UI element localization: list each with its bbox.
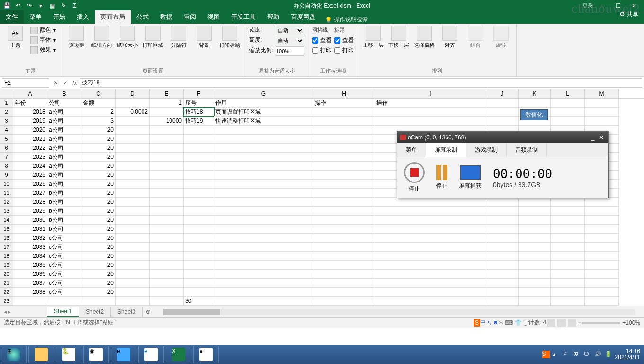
cell[interactable]: 2022 xyxy=(13,144,47,153)
cell[interactable] xyxy=(519,225,551,234)
cell[interactable] xyxy=(184,180,214,189)
close-icon[interactable]: ✕ xyxy=(627,2,641,9)
cell[interactable] xyxy=(551,252,585,261)
tab-view[interactable]: 视图 xyxy=(202,10,225,24)
cell[interactable] xyxy=(214,162,313,171)
cell[interactable]: c公司 xyxy=(47,261,81,270)
cell[interactable] xyxy=(116,243,150,252)
ocam-window[interactable]: oCam (0, 0, 1366, 768) _ ✕ 菜单 屏幕录制 游戏录制 … xyxy=(397,131,609,198)
cell[interactable] xyxy=(313,153,375,162)
cell[interactable]: 20 xyxy=(81,180,116,189)
cell[interactable] xyxy=(116,171,150,180)
cell[interactable] xyxy=(585,270,619,279)
cell[interactable] xyxy=(375,261,486,270)
add-sheet-button[interactable]: ⊕ xyxy=(143,309,154,315)
col-head-A[interactable]: A xyxy=(13,89,47,98)
cell[interactable] xyxy=(313,189,375,198)
cell[interactable]: 2028 xyxy=(13,198,47,207)
page-break-icon[interactable] xyxy=(568,319,576,327)
cell[interactable]: 2023 xyxy=(13,153,47,162)
tab-menu[interactable]: 菜单 xyxy=(24,10,47,24)
cell[interactable] xyxy=(551,234,585,243)
cell[interactable]: 2 xyxy=(81,108,116,117)
cell[interactable]: 快速调整打印区域 xyxy=(214,117,313,126)
cell[interactable]: 作用 xyxy=(214,99,313,108)
cell[interactable]: 2020 xyxy=(13,126,47,135)
cell[interactable]: b公司 xyxy=(47,216,81,225)
col-head-I[interactable]: I xyxy=(375,89,486,98)
cell[interactable] xyxy=(551,270,585,279)
normal-view-icon[interactable] xyxy=(547,319,555,327)
row-head[interactable]: 16 xyxy=(0,234,13,243)
cell[interactable] xyxy=(116,99,150,108)
cell[interactable] xyxy=(150,270,184,279)
cell[interactable]: a公司 xyxy=(47,144,81,153)
cell[interactable] xyxy=(551,108,585,117)
cell[interactable]: 20 xyxy=(81,288,116,297)
head-view-check[interactable]: 查看 xyxy=(334,36,354,45)
login-label[interactable]: 登录 xyxy=(582,2,593,9)
hscrollbar[interactable] xyxy=(163,309,635,315)
cell[interactable] xyxy=(214,261,313,270)
cell[interactable] xyxy=(214,270,313,279)
grid-print-check[interactable]: 打印 xyxy=(312,46,331,55)
cell[interactable] xyxy=(486,234,519,243)
cell[interactable] xyxy=(116,297,150,306)
bring-forward-button[interactable]: 上移一层 xyxy=(362,26,385,49)
cell[interactable] xyxy=(116,207,150,216)
row-head[interactable]: 15 xyxy=(0,225,13,234)
row-head[interactable]: 14 xyxy=(0,216,13,225)
cell[interactable]: 2035 xyxy=(13,261,47,270)
cell[interactable] xyxy=(551,261,585,270)
cell[interactable]: 金额 xyxy=(81,99,116,108)
cell[interactable] xyxy=(313,207,375,216)
cell[interactable] xyxy=(375,252,486,261)
cell[interactable] xyxy=(486,297,519,306)
cell[interactable] xyxy=(519,288,551,297)
cell[interactable] xyxy=(214,180,313,189)
cell[interactable] xyxy=(184,261,214,270)
margins-button[interactable]: 页边距 xyxy=(65,26,88,49)
themes-button[interactable]: Aa主题 xyxy=(4,26,27,49)
cell[interactable]: 2030 xyxy=(13,216,47,225)
cell[interactable] xyxy=(486,261,519,270)
cell[interactable] xyxy=(150,189,184,198)
clock[interactable]: 14:162021/4/11 xyxy=(615,348,640,361)
cell[interactable] xyxy=(184,288,214,297)
orientation-button[interactable]: 纸张方向 xyxy=(90,26,113,49)
row-head[interactable]: 18 xyxy=(0,252,13,261)
cell[interactable]: a公司 xyxy=(47,171,81,180)
cell[interactable] xyxy=(313,126,375,135)
ie-icon[interactable]: e xyxy=(138,346,164,363)
cell[interactable]: c公司 xyxy=(47,234,81,243)
cell[interactable]: 20 xyxy=(81,279,116,288)
cell[interactable] xyxy=(116,288,150,297)
row-head[interactable]: 1 xyxy=(0,99,13,108)
tab-baidu[interactable]: 百度网盘 xyxy=(285,10,321,24)
name-box[interactable]: F2 xyxy=(2,78,49,88)
cell[interactable] xyxy=(313,144,375,153)
tab-file[interactable]: 文件 xyxy=(0,10,24,24)
row-head[interactable]: 11 xyxy=(0,189,13,198)
row-head[interactable]: 8 xyxy=(0,162,13,171)
table-icon[interactable]: ▦ xyxy=(48,2,56,9)
ocam-pause-button[interactable]: 停止 xyxy=(436,165,447,190)
cell[interactable]: c公司 xyxy=(47,243,81,252)
cell[interactable]: 2033 xyxy=(13,243,47,252)
tab-home[interactable]: 开始 xyxy=(47,10,71,24)
cell[interactable]: c公司 xyxy=(47,252,81,261)
cell[interactable] xyxy=(116,153,150,162)
tab-help[interactable]: 帮助 xyxy=(261,10,285,24)
formula-input[interactable]: 技巧18 xyxy=(80,78,642,88)
cell[interactable] xyxy=(150,225,184,234)
cell[interactable] xyxy=(150,135,184,144)
cell[interactable] xyxy=(150,171,184,180)
cell[interactable] xyxy=(519,216,551,225)
cell[interactable]: 2025 xyxy=(13,171,47,180)
cell[interactable] xyxy=(184,126,214,135)
col-head-G[interactable]: G xyxy=(214,89,313,98)
excel-taskbar-icon[interactable]: X xyxy=(166,346,191,363)
cell[interactable] xyxy=(150,288,184,297)
cell[interactable] xyxy=(214,225,313,234)
cell[interactable] xyxy=(585,99,619,108)
